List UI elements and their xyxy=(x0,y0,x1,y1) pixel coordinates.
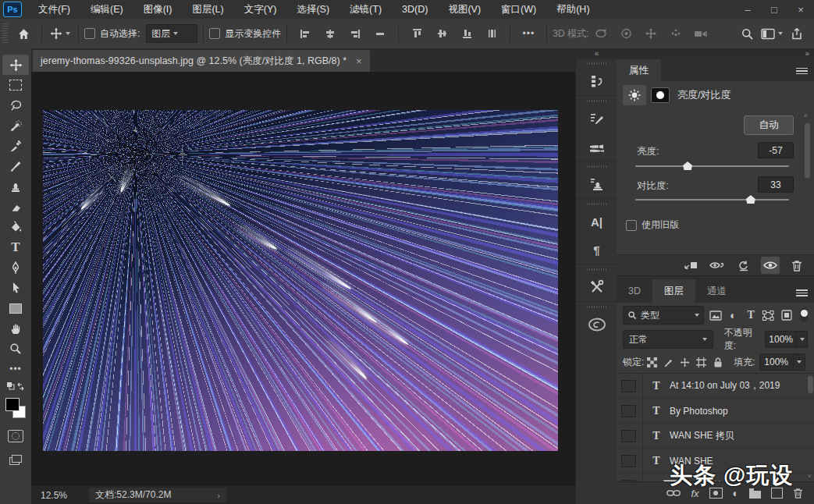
filter-shape-layers-icon[interactable] xyxy=(762,311,775,321)
use-legacy-checkbox[interactable] xyxy=(626,220,637,231)
opacity-chevron[interactable] xyxy=(797,331,808,348)
quick-selection-tool[interactable] xyxy=(2,115,29,136)
brightness-value-field[interactable]: -57 xyxy=(758,142,794,158)
eyedropper-tool[interactable] xyxy=(2,136,29,156)
document-tab[interactable]: jeremy-thomas-99326-unsplash.jpg @ 12.5%… xyxy=(33,50,370,72)
options-bar-grip[interactable] xyxy=(2,23,8,44)
share-icon[interactable] xyxy=(786,23,808,44)
dock-grip[interactable] xyxy=(587,203,607,205)
document-image[interactable] xyxy=(43,110,558,451)
filter-type-layers-icon[interactable]: T xyxy=(745,309,757,321)
expand-panels-icon[interactable]: » xyxy=(617,48,814,58)
lock-transparency-icon[interactable] xyxy=(645,357,659,367)
filter-toggle[interactable] xyxy=(800,308,808,322)
zoom-level-field[interactable]: 12.5% xyxy=(41,490,67,501)
tab-3d[interactable]: 3D xyxy=(617,279,652,303)
home-icon[interactable] xyxy=(12,23,34,44)
reset-adjustment-icon[interactable] xyxy=(734,257,753,274)
fill-chevron[interactable] xyxy=(794,353,805,371)
tool-presets-panel-icon[interactable] xyxy=(580,273,614,301)
auto-select-target-dropdown[interactable]: 图层 xyxy=(146,24,197,43)
layer-name[interactable]: By Photoshop xyxy=(670,406,728,417)
toggle-visibility-icon[interactable] xyxy=(761,257,780,274)
tab-properties[interactable]: 属性 xyxy=(617,59,661,81)
brushes-panel-icon[interactable] xyxy=(580,133,614,161)
lock-pixels-icon[interactable] xyxy=(662,357,675,367)
dock-grip[interactable] xyxy=(587,268,607,271)
history-panel-icon[interactable] xyxy=(580,67,614,95)
brightness-slider-thumb[interactable] xyxy=(683,161,692,170)
search-icon[interactable] xyxy=(736,23,758,44)
menu-image[interactable]: 图像(I) xyxy=(133,0,183,19)
brush-settings-panel-icon[interactable] xyxy=(580,105,614,133)
properties-scrollbar[interactable]: ˄ xyxy=(804,112,811,250)
align-center-horizontal-icon[interactable] xyxy=(319,23,341,44)
visibility-toggle[interactable] xyxy=(621,405,636,417)
move-tool-preset-icon[interactable] xyxy=(49,23,71,44)
scrollbar-thumb[interactable] xyxy=(808,376,813,393)
path-selection-tool[interactable] xyxy=(2,278,29,298)
canvas[interactable] xyxy=(31,72,575,484)
foreground-color-swatch[interactable] xyxy=(5,398,20,411)
menu-type[interactable]: 文字(Y) xyxy=(234,0,287,19)
delete-adjustment-icon[interactable] xyxy=(787,257,806,274)
visibility-toggle[interactable] xyxy=(621,480,636,482)
creative-cloud-icon[interactable] xyxy=(580,311,614,339)
layer-name[interactable]: At 14:10 on July 03，2019 xyxy=(670,379,780,392)
type-tool[interactable]: T xyxy=(2,237,29,257)
document-info[interactable]: 文档:52.3M/70.2M › xyxy=(89,488,226,502)
align-center-vertical-icon[interactable] xyxy=(431,23,453,44)
eraser-tool[interactable] xyxy=(2,197,29,217)
auto-select-checkbox[interactable] xyxy=(84,28,95,39)
quick-mask-mode-button[interactable] xyxy=(2,426,29,446)
edit-toolbar-button[interactable]: ••• xyxy=(2,359,29,379)
layer-row[interactable]: T WAN SHE 拷贝 xyxy=(617,424,814,449)
menu-layer[interactable]: 图层(L) xyxy=(182,0,233,19)
distribute-horizontal-icon[interactable] xyxy=(369,23,391,44)
brightness-slider[interactable] xyxy=(635,165,789,167)
swap-colors-icon[interactable] xyxy=(2,379,29,395)
foreground-background-swatches[interactable] xyxy=(5,398,26,418)
close-button[interactable]: × xyxy=(787,0,814,19)
auto-button[interactable]: 自动 xyxy=(744,115,794,135)
collapse-panels-icon[interactable]: « xyxy=(576,48,617,58)
panel-menu-icon[interactable] xyxy=(796,68,808,75)
blend-mode-dropdown[interactable]: 正常 xyxy=(623,330,713,349)
menu-edit[interactable]: 编辑(E) xyxy=(80,0,133,19)
close-tab-icon[interactable]: × xyxy=(356,55,362,67)
lasso-tool[interactable] xyxy=(2,95,29,115)
clone-source-panel-icon[interactable] xyxy=(580,170,614,198)
menu-3d[interactable]: 3D(D) xyxy=(392,0,438,19)
rectangular-marquee-tool[interactable] xyxy=(2,75,29,95)
tab-layers[interactable]: 图层 xyxy=(652,279,695,303)
contrast-slider-thumb[interactable] xyxy=(746,195,755,204)
align-left-icon[interactable] xyxy=(294,23,316,44)
filter-type-dropdown[interactable]: 类型 xyxy=(623,306,704,325)
zoom-tool[interactable] xyxy=(2,339,29,359)
dock-grip[interactable] xyxy=(587,165,607,168)
scroll-up-icon[interactable]: ˄ xyxy=(804,112,808,119)
visibility-toggle[interactable] xyxy=(621,455,636,467)
dock-grip[interactable] xyxy=(587,62,607,65)
layer-row[interactable]: T By Photoshop xyxy=(617,399,814,424)
chevron-right-icon[interactable]: › xyxy=(217,491,220,500)
align-bottom-icon[interactable] xyxy=(456,23,478,44)
filter-pixel-layers-icon[interactable] xyxy=(709,311,722,321)
filter-adjustment-layers-icon[interactable]: ◐ xyxy=(727,309,740,321)
align-right-icon[interactable] xyxy=(344,23,366,44)
paragraph-panel-icon[interactable]: ¶ xyxy=(580,236,614,264)
menu-window[interactable]: 窗口(W) xyxy=(491,0,546,19)
fill-value-field[interactable]: 100% xyxy=(759,353,794,371)
lock-position-icon[interactable] xyxy=(678,357,691,367)
menu-filter[interactable]: 滤镜(T) xyxy=(339,0,392,19)
paint-bucket-tool[interactable] xyxy=(2,217,29,237)
contrast-slider[interactable] xyxy=(635,199,789,201)
layer-mask-thumbnail[interactable] xyxy=(651,87,670,103)
character-panel-icon[interactable]: A| xyxy=(580,208,614,236)
menu-select[interactable]: 选择(S) xyxy=(286,0,339,19)
lock-artboard-icon[interactable] xyxy=(695,357,708,367)
panel-menu-icon[interactable] xyxy=(796,289,808,296)
pen-tool[interactable] xyxy=(2,257,29,278)
visibility-toggle[interactable] xyxy=(621,380,636,392)
more-options-button[interactable]: ••• xyxy=(517,23,539,44)
